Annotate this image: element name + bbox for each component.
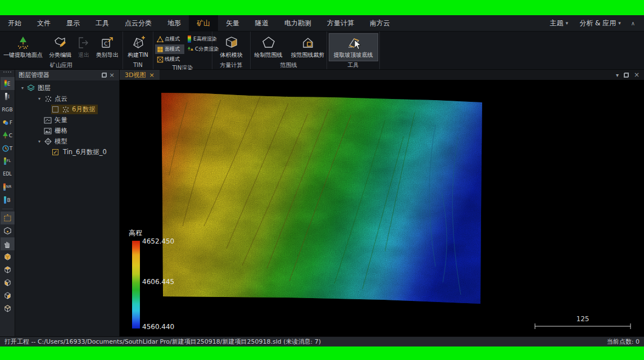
pan-tool[interactable] [1,237,15,250]
tree-node-pointcloud[interactable]: ▾ 点云 [15,93,119,104]
render-classification-button[interactable]: C [1,129,15,142]
view-cube-iso[interactable] [1,250,15,263]
expander-icon[interactable]: ▾ [35,96,43,101]
render-edl-button[interactable]: EDL [1,168,15,181]
menu-item-tools[interactable]: 工具 [88,15,117,31]
view-float-button[interactable] [624,73,629,78]
menu-item-tunnel[interactable]: 隧道 [247,15,276,31]
render-b-button[interactable]: B [1,194,15,206]
analysis-app-menu[interactable]: 分析 & 应用 ▾ [575,19,625,28]
face-mode-button[interactable]: 面模式 [155,44,184,54]
menu-item-vector[interactable]: 矢量 [218,15,247,31]
ribbon-group-label: TIN [123,61,153,69]
render-mode-toolbar: E I RGB F C [0,70,15,336]
multicolor-bar-icon [4,196,6,204]
view-close-button[interactable]: × [634,71,640,79]
tree-node-raster[interactable]: 栅格 [15,125,119,136]
exit-button: 退出 [75,33,93,61]
menu-item-south-cloud[interactable]: 南方云 [362,15,398,31]
render-rgb-button[interactable]: RGB [1,103,15,116]
menu-bar: 开始 文件 显示 工具 点云分类 地形 矿山 矢量 隧道 电力勘测 方量计算 南… [0,15,644,32]
ribbon-group-label: 方量计算 [212,61,250,69]
tree-node-june-data[interactable]: 6月数据 [15,104,119,115]
tree-node-vector[interactable]: 矢量 [15,115,119,125]
render-intensity-button[interactable]: I [1,90,15,103]
status-point-count: 当前点数: 0 [607,338,640,346]
cube-iso-icon [3,253,12,261]
point-mode-button[interactable]: 点模式 [155,34,184,44]
view-cube-top[interactable] [1,263,15,276]
menu-item-pointcloud-classify[interactable]: 点云分类 [117,15,160,31]
multicolor-bar-icon [4,158,6,165]
menu-item-terrain[interactable]: 地形 [160,15,189,31]
legend-min-value: 4560.440 [142,323,174,331]
category-export-button[interactable]: C 类别导出 [93,33,122,61]
view-tab-bar: 3D视图 × ▾ × [120,70,644,80]
hand-icon [3,240,11,248]
classified-trees-icon [187,46,194,53]
render-time-button[interactable]: T [1,142,15,155]
layers-icon [26,84,35,92]
model-icon [43,138,52,145]
classify-edit-button[interactable]: 分类编辑 [46,33,75,61]
line-mode-button[interactable]: 线模式 [155,55,184,64]
render-fl-button[interactable]: FL [1,155,15,168]
render-elevation-button[interactable]: E [1,77,15,90]
pentagon-icon [261,35,276,50]
build-tin-button[interactable]: 构建TIN [124,33,152,61]
tab-list-dropdown[interactable]: ▾ [616,72,619,78]
capture-border-top [0,0,644,15]
ribbon-group-tin: 构建TIN TIN [123,32,153,69]
menu-item-file[interactable]: 文件 [29,15,58,31]
menu-item-mining[interactable]: 矿山 [189,15,218,31]
expander-icon[interactable]: ▾ [19,86,26,91]
visibility-checkbox-unchecked[interactable] [52,106,58,112]
box-select-tool[interactable] [1,212,15,224]
layer-tree: ▾ 图层 ▾ 点云 [15,80,119,158]
tree-node-tin[interactable]: ✓ Tin_6月数据_0 [15,147,119,158]
ribbon-collapse-button[interactable]: ∧ [628,20,638,26]
draw-boundary-button[interactable]: 绘制范围线 [251,33,286,61]
visibility-checkbox-checked[interactable]: ✓ [52,149,58,155]
render-f-button[interactable]: F [1,116,15,129]
clock-icon [2,145,9,152]
extract-slope-lines-button[interactable]: 提取坡顶坡底线 [329,33,378,61]
tree-node-model[interactable]: ▾ 模型 [15,136,119,147]
view-cube-right[interactable] [1,289,15,302]
view-cube-left[interactable] [1,276,15,289]
slice-tool[interactable] [1,224,15,237]
menu-item-power-survey[interactable]: 电力勘测 [276,15,319,31]
tin-row[interactable]: ✓ Tin_6月数据_0 [51,147,109,157]
ribbon-group-volume: 体积模块 方量计算 [212,32,251,69]
view-area: 3D视图 × ▾ × [120,70,644,336]
tree-node-layers[interactable]: ▾ 图层 [15,83,119,93]
tree-ground-points-icon [16,35,30,50]
clip-by-boundary-button[interactable]: 按范围线裁剪 [289,33,326,61]
tab-3d-view[interactable]: 3D视图 × [120,70,160,80]
clip-house-icon [301,35,315,50]
menu-item-start[interactable]: 开始 [0,15,29,31]
panel-close-button[interactable]: × [108,71,116,79]
selected-row-highlight[interactable]: 6月数据 [51,105,98,114]
tab-close-icon[interactable]: × [149,71,154,79]
ribbon-group-tin-render: 点模式 E高程渲染 [153,32,212,69]
viewport-3d[interactable]: 高程 4652.450 4606.445 4560.440 125 [120,80,644,336]
expander-icon[interactable]: ▾ [35,139,43,144]
theme-menu[interactable]: 主题 ▾ [546,19,573,28]
menu-item-volume-calc[interactable]: 方量计算 [319,15,362,31]
toolbar-drag-handle[interactable] [3,71,11,74]
svg-text:C: C [104,41,107,47]
menu-item-display[interactable]: 显示 [58,15,88,31]
chevron-down-icon: ▾ [566,20,569,26]
float-icon [102,73,107,78]
panel-float-button[interactable] [100,71,108,79]
view-cube-front[interactable] [1,302,15,315]
cube-front-icon [3,304,12,313]
extract-ground-points-button[interactable]: 一键提取地面点 [1,33,46,61]
layer-panel-header: 图层管理器 × [15,70,119,80]
slice-cube-icon [3,227,12,235]
toolbar-separator [2,209,13,209]
render-nr-button[interactable]: NR [1,181,15,194]
layer-panel-title: 图层管理器 [19,71,100,79]
volume-module-button[interactable]: 体积模块 [215,33,248,61]
